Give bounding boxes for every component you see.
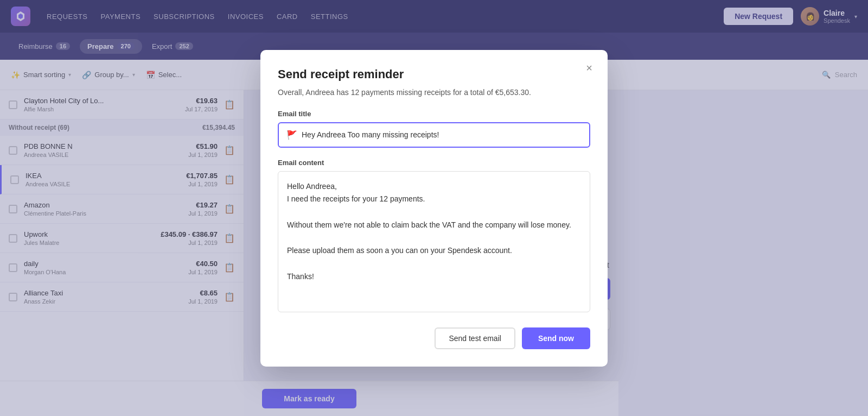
modal: × Send receipt reminder Overall, Andreea… [260, 50, 608, 367]
flag-icon: 🚩 [286, 130, 297, 140]
send-test-email-button[interactable]: Send test email [435, 327, 515, 349]
modal-close-button[interactable]: × [582, 61, 597, 76]
email-title-value: Hey Andreea Too many missing receipts! [302, 130, 439, 139]
email-content-box[interactable]: Hello Andreea, I need the receipts for y… [278, 171, 590, 312]
email-content-text: Hello Andreea, I need the receipts for y… [287, 180, 581, 283]
send-now-button[interactable]: Send now [522, 327, 590, 349]
email-content-label: Email content [278, 159, 590, 167]
modal-description: Overall, Andreea has 12 payments missing… [278, 88, 590, 97]
modal-footer: Send test email Send now [278, 327, 590, 349]
email-title-input[interactable]: 🚩 Hey Andreea Too many missing receipts! [278, 122, 590, 148]
modal-title: Send receipt reminder [278, 67, 590, 81]
email-title-label: Email title [278, 110, 590, 118]
modal-overlay[interactable]: × Send receipt reminder Overall, Andreea… [0, 0, 868, 416]
